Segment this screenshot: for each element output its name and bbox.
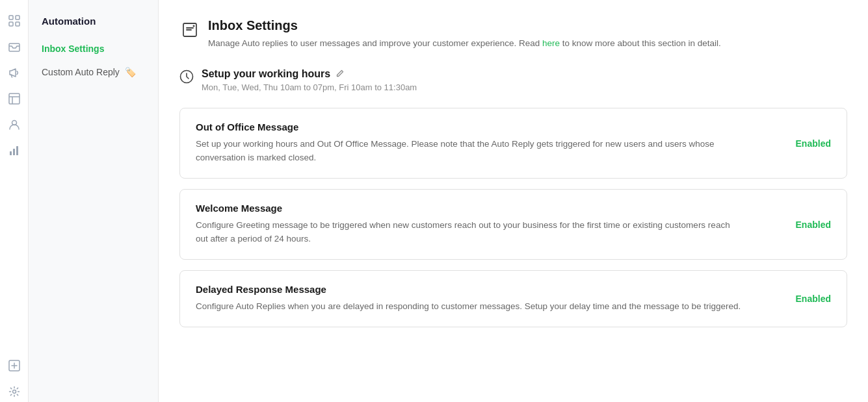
svg-rect-0 (9, 16, 13, 19)
sidebar-item-custom-auto-reply[interactable]: Custom Auto Reply 🏷️ (29, 60, 158, 84)
delayed-response-status: Enabled (796, 294, 831, 304)
welcome-message-desc: Configure Greeting message to be trigger… (196, 219, 742, 246)
clock-icon (179, 69, 194, 87)
delayed-response-title: Delayed Response Message (196, 284, 741, 295)
here-link[interactable]: here (542, 38, 560, 48)
page-title: Inbox Settings (208, 18, 721, 33)
svg-rect-11 (16, 146, 18, 155)
out-of-office-content: Out of Office Message Set up your workin… (196, 121, 742, 165)
sidebar: Automation Inbox Settings Custom Auto Re… (29, 0, 159, 402)
page-header-content: Inbox Settings Manage Auto replies to us… (208, 18, 721, 50)
welcome-message-title: Welcome Message (196, 203, 742, 214)
table-icon[interactable] (4, 88, 25, 109)
working-hours-header: Setup your working hours (202, 68, 417, 80)
main-content: Inbox Settings Manage Auto replies to us… (159, 0, 868, 402)
out-of-office-title: Out of Office Message (196, 121, 742, 132)
svg-rect-9 (10, 151, 12, 155)
chart-icon[interactable] (4, 140, 25, 161)
working-hours-content: Setup your working hours Mon, Tue, Wed, … (202, 68, 417, 92)
svg-point-17 (193, 25, 195, 27)
icon-rail (0, 0, 29, 402)
delayed-response-content: Delayed Response Message Configure Auto … (196, 284, 741, 314)
delayed-response-desc: Configure Auto Replies when you are dela… (196, 300, 741, 314)
svg-point-15 (12, 390, 16, 394)
svg-rect-4 (9, 44, 20, 51)
sidebar-item-label: Custom Auto Reply (42, 67, 120, 77)
emoji-icon: 🏷️ (125, 67, 136, 77)
svg-rect-2 (9, 22, 13, 26)
contacts-icon[interactable] (4, 114, 25, 135)
inbox-settings-icon (179, 19, 200, 40)
working-hours-section: Setup your working hours Mon, Tue, Wed, … (179, 68, 847, 92)
svg-rect-10 (13, 149, 15, 155)
edit-icon[interactable] (335, 69, 345, 80)
delayed-response-card[interactable]: Delayed Response Message Configure Auto … (179, 270, 847, 327)
add-box-icon[interactable] (4, 355, 25, 376)
sidebar-title: Automation (29, 10, 158, 37)
sidebar-item-label: Inbox Settings (42, 44, 104, 54)
working-hours-title: Setup your working hours (202, 68, 330, 80)
settings-icon[interactable] (4, 381, 25, 402)
welcome-message-content: Welcome Message Configure Greeting messa… (196, 203, 742, 246)
cards-container: Out of Office Message Set up your workin… (179, 108, 847, 327)
out-of-office-desc: Set up your working hours and Out Of Off… (196, 138, 742, 165)
out-of-office-card[interactable]: Out of Office Message Set up your workin… (179, 108, 847, 179)
grid-icon[interactable] (4, 10, 25, 31)
svg-rect-1 (16, 16, 20, 19)
inbox-icon[interactable] (4, 36, 25, 57)
page-header: Inbox Settings Manage Auto replies to us… (179, 18, 847, 50)
out-of-office-status: Enabled (796, 138, 831, 149)
working-hours-schedule: Mon, Tue, Wed, Thu 10am to 07pm, Fri 10a… (202, 82, 417, 92)
welcome-message-card[interactable]: Welcome Message Configure Greeting messa… (179, 189, 847, 260)
page-description: Manage Auto replies to user messages and… (208, 37, 721, 50)
megaphone-icon[interactable] (4, 62, 25, 83)
sidebar-item-inbox-settings[interactable]: Inbox Settings (29, 37, 158, 60)
svg-rect-3 (16, 22, 20, 26)
svg-rect-5 (9, 94, 20, 104)
welcome-message-status: Enabled (796, 220, 831, 230)
